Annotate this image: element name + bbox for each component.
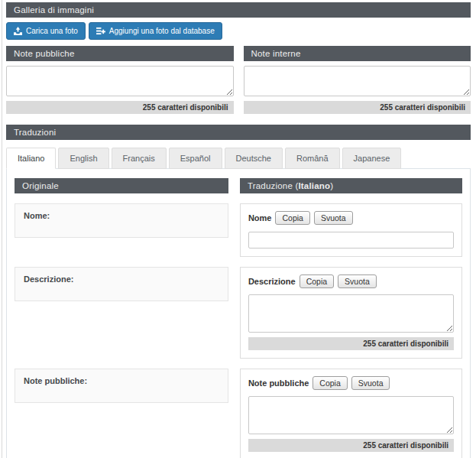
- note-pubbliche-clear-button[interactable]: Svuota: [351, 376, 390, 390]
- translations-section: Traduzioni Italiano English Français Esp…: [6, 125, 471, 458]
- public-notes-header: Note pubbliche: [6, 46, 234, 61]
- page-container: Galleria di immagini Carica una foto Agg…: [2, 0, 476, 458]
- note-pubbliche-copy-button[interactable]: Copia: [312, 376, 347, 390]
- translation-descrizione-box: Descrizione Copia Svuota 255 caratteri d…: [240, 267, 462, 359]
- tab-romana[interactable]: Română: [285, 148, 340, 169]
- add-photo-database-button[interactable]: Aggiungi una foto dal database: [89, 22, 222, 40]
- tab-italiano[interactable]: Italiano: [6, 148, 56, 169]
- internal-notes-chars-counter: 255 caratteri disponibili: [244, 101, 471, 114]
- gallery-buttons-row: Carica una foto Aggiungi una foto dal da…: [6, 22, 471, 40]
- translations-section-header: Traduzioni: [6, 125, 471, 140]
- descrizione-clear-button[interactable]: Svuota: [338, 274, 377, 288]
- translation-header-prefix: Traduzione (: [248, 181, 299, 190]
- descrizione-textarea[interactable]: [248, 294, 454, 333]
- public-notes-panel: Note pubbliche 255 caratteri disponibili: [6, 46, 234, 114]
- nome-field-head: Nome Copia Svuota: [248, 211, 454, 225]
- translation-header-language: Italiano: [298, 181, 330, 190]
- nome-field-label: Nome: [248, 213, 272, 223]
- note-pubbliche-field-label: Note pubbliche: [248, 378, 309, 388]
- internal-notes-header: Note interne: [244, 46, 471, 61]
- tab-francais[interactable]: Français: [112, 148, 167, 169]
- tab-japanese[interactable]: Japanese: [342, 148, 402, 169]
- translation-header-suffix: ): [330, 181, 333, 190]
- gallery-section-header: Galleria di immagini: [6, 2, 471, 18]
- original-column-header: Originale: [15, 178, 228, 193]
- translation-column-header: Traduzione (Italiano): [240, 178, 462, 193]
- add-photo-icon: [96, 27, 105, 35]
- tab-espanol[interactable]: Español: [169, 148, 222, 169]
- translation-nome-box: Nome Copia Svuota: [240, 203, 462, 257]
- translation-grid: Originale Traduzione (Italiano) Nome: No…: [15, 178, 462, 458]
- translation-tab-panel: Originale Traduzione (Italiano) Nome: No…: [6, 168, 471, 458]
- original-nome-box: Nome:: [15, 203, 228, 238]
- notes-row: Note pubbliche 255 caratteri disponibili…: [6, 46, 471, 114]
- public-notes-textarea[interactable]: [6, 66, 234, 96]
- nome-copy-button[interactable]: Copia: [275, 211, 309, 225]
- note-pubbliche-chars-counter: 255 caratteri disponibili: [248, 439, 454, 452]
- translation-note-pubbliche-box: Note pubbliche Copia Svuota 255 caratter…: [240, 369, 462, 458]
- original-descrizione-box: Descrizione:: [15, 267, 228, 301]
- internal-notes-panel: Note interne 255 caratteri disponibili: [244, 46, 471, 114]
- descrizione-copy-button[interactable]: Copia: [300, 274, 334, 288]
- internal-notes-textarea[interactable]: [244, 66, 471, 96]
- nome-clear-button[interactable]: Svuota: [314, 211, 353, 225]
- note-pubbliche-field-head: Note pubbliche Copia Svuota: [248, 376, 454, 390]
- tab-deutsche[interactable]: Deutsche: [225, 148, 283, 169]
- public-notes-chars-counter: 255 caratteri disponibili: [6, 101, 234, 114]
- upload-photo-button[interactable]: Carica una foto: [6, 22, 86, 40]
- descrizione-chars-counter: 255 caratteri disponibili: [248, 337, 454, 350]
- nome-input[interactable]: [248, 232, 454, 248]
- descrizione-field-head: Descrizione Copia Svuota: [248, 274, 454, 288]
- upload-photo-label: Carica una foto: [26, 28, 78, 35]
- add-photo-database-label: Aggiungi una foto dal database: [109, 28, 215, 35]
- descrizione-field-label: Descrizione: [248, 277, 296, 286]
- original-note-pubbliche-box: Note pubbliche:: [15, 369, 228, 403]
- note-pubbliche-textarea[interactable]: [248, 396, 454, 434]
- tab-english[interactable]: English: [58, 148, 108, 169]
- language-tabs: Italiano English Français Español Deutsc…: [6, 147, 471, 168]
- upload-icon: [14, 27, 22, 35]
